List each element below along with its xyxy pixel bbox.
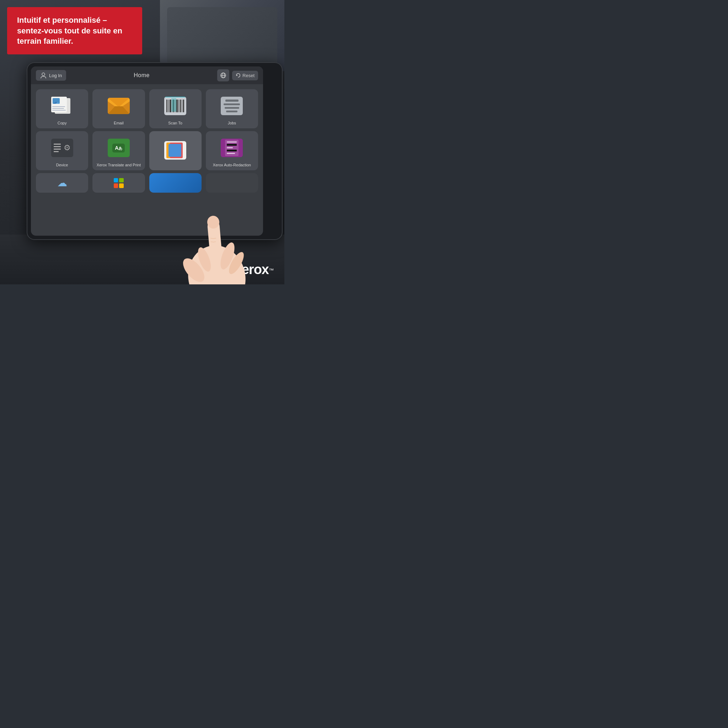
headline-banner: Intuitif et personnalisé – sentez-vous t… bbox=[7, 7, 142, 54]
app-tile-translate[interactable]: Aあ Xerox Translate and Print bbox=[92, 131, 145, 170]
app-tile-autoredact[interactable]: Xerox Auto-Redaction bbox=[206, 131, 258, 170]
autoredact-icon bbox=[208, 135, 256, 161]
email-label: Email bbox=[114, 121, 124, 125]
blue-app-icon bbox=[149, 173, 202, 193]
app-tile-cloud[interactable]: ☁ bbox=[36, 173, 88, 193]
touchscreen[interactable]: Log In Home Reset bbox=[31, 66, 263, 236]
scan-icon bbox=[151, 93, 199, 119]
translate-label: Xerox Translate and Print bbox=[97, 163, 141, 167]
app-tile-empty4 bbox=[206, 173, 258, 193]
app-tile-blue[interactable] bbox=[149, 173, 202, 193]
printer-top-section bbox=[160, 0, 284, 71]
globe-button[interactable] bbox=[217, 69, 229, 81]
app-grid-row3: ☁ bbox=[31, 173, 263, 196]
copy-icon bbox=[38, 93, 86, 119]
login-label: Log In bbox=[49, 73, 62, 78]
topbar: Log In Home Reset bbox=[31, 66, 263, 84]
app-tile-scan[interactable]: Scan To bbox=[149, 89, 202, 128]
app-grid-row1: Copy Email bbox=[31, 84, 263, 131]
login-button[interactable]: Log In bbox=[36, 70, 66, 81]
app-tile-device[interactable]: ⚙ Device bbox=[36, 131, 88, 170]
cloud-icon: ☁ bbox=[57, 177, 67, 189]
device-icon: ⚙ bbox=[38, 135, 86, 161]
xerox-trademark: ™ bbox=[269, 267, 274, 273]
reset-label: Reset bbox=[242, 73, 254, 78]
app-tile-windows[interactable] bbox=[92, 173, 145, 193]
home-title: Home bbox=[134, 72, 150, 78]
app-grid-row2: ⚙ Device Aあ Xerox Translate and Print bbox=[31, 131, 263, 173]
app-tile-email[interactable]: Email bbox=[92, 89, 145, 128]
email-icon bbox=[95, 93, 142, 119]
tablet-device: Log In Home Reset bbox=[27, 62, 283, 240]
pressed-icon bbox=[151, 135, 199, 166]
app-tile-pressed[interactable] bbox=[149, 131, 202, 170]
device-label: Device bbox=[56, 163, 68, 167]
app-tile-copy[interactable]: Copy bbox=[36, 89, 88, 128]
xerox-logo: xerox™ bbox=[235, 262, 274, 277]
scan-label: Scan To bbox=[168, 121, 182, 125]
translate-icon: Aあ bbox=[95, 135, 142, 161]
svg-point-3 bbox=[42, 73, 45, 76]
headline-text: Intuitif et personnalisé – sentez-vous t… bbox=[17, 15, 132, 47]
reset-button[interactable]: Reset bbox=[232, 71, 258, 80]
windows-icon bbox=[114, 178, 124, 188]
top-controls: Reset bbox=[217, 69, 258, 81]
jobs-label: Jobs bbox=[228, 121, 236, 125]
jobs-icon bbox=[208, 93, 256, 119]
app-tile-jobs[interactable]: Jobs bbox=[206, 89, 258, 128]
autoredact-label: Xerox Auto-Redaction bbox=[213, 163, 251, 167]
xerox-brand-name: xerox bbox=[235, 262, 269, 277]
copy-label: Copy bbox=[58, 121, 67, 125]
